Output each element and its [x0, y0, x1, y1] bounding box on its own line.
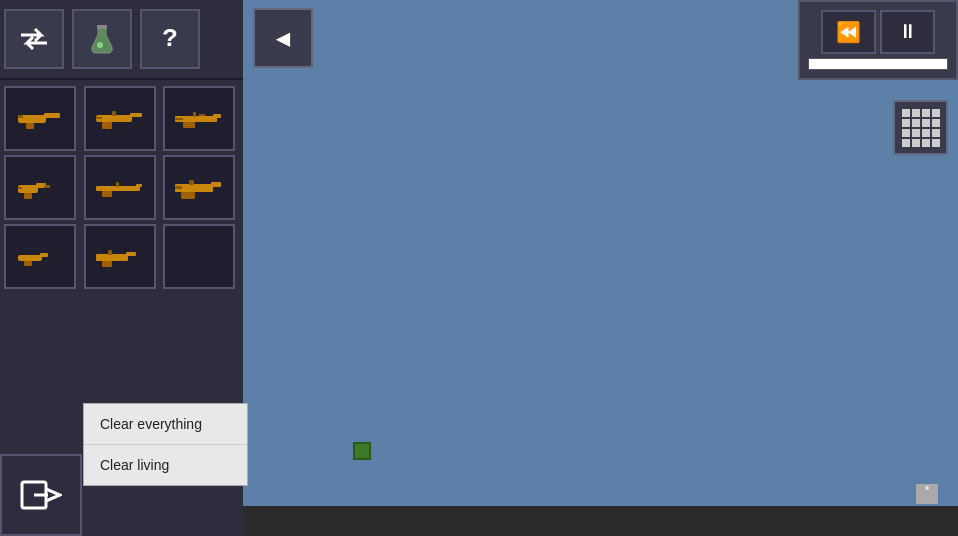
character-indicator — [916, 484, 938, 504]
weapon-slot-1[interactable] — [84, 86, 156, 151]
weapon-slot-2[interactable] — [163, 86, 235, 151]
grid-icon — [902, 109, 940, 147]
game-area: ⏪ ⏸ — [243, 0, 958, 506]
weapon-slot-4[interactable] — [84, 155, 156, 220]
svg-rect-28 — [181, 192, 195, 199]
svg-rect-27 — [211, 182, 221, 187]
weapon-slot-7[interactable] — [84, 224, 156, 289]
clear-living-button[interactable]: Clear living — [84, 445, 247, 485]
svg-point-1 — [97, 42, 103, 48]
progress-bar-container — [808, 58, 948, 70]
help-icon: ? — [162, 24, 178, 54]
svg-rect-15 — [175, 118, 183, 120]
svg-rect-9 — [112, 111, 116, 116]
weapon-slot-3[interactable] — [4, 155, 76, 220]
svg-rect-32 — [40, 253, 48, 257]
svg-rect-24 — [102, 191, 112, 197]
help-button[interactable]: ? — [140, 9, 200, 69]
svg-rect-35 — [126, 252, 136, 256]
svg-rect-36 — [102, 261, 112, 267]
svg-rect-38 — [925, 486, 929, 490]
svg-rect-5 — [18, 115, 23, 118]
svg-rect-40 — [922, 499, 926, 502]
svg-rect-10 — [96, 117, 102, 119]
svg-rect-3 — [44, 113, 60, 118]
svg-rect-13 — [183, 122, 195, 128]
svg-rect-31 — [18, 255, 42, 261]
progress-bar — [809, 59, 947, 69]
bottom-bar — [243, 506, 958, 536]
svg-rect-20 — [44, 185, 50, 188]
pause-button[interactable]: ⏸ — [880, 10, 935, 54]
svg-rect-34 — [96, 254, 128, 261]
svg-rect-30 — [175, 186, 182, 189]
svg-rect-19 — [24, 193, 32, 199]
green-square-entity — [353, 442, 371, 460]
back-button[interactable] — [253, 8, 313, 68]
svg-rect-37 — [108, 250, 112, 255]
weapon-slot-0[interactable] — [4, 86, 76, 151]
svg-rect-8 — [102, 122, 112, 129]
svg-rect-0 — [97, 25, 107, 29]
weapon-slot-8[interactable] — [163, 224, 235, 289]
weapon-slot-6[interactable] — [4, 224, 76, 289]
weapon-slot-5[interactable] — [163, 155, 235, 220]
svg-rect-7 — [130, 113, 142, 117]
svg-rect-16 — [199, 114, 205, 116]
svg-rect-23 — [136, 184, 142, 187]
exit-button[interactable] — [0, 454, 82, 536]
top-right-controls: ⏪ ⏸ — [798, 0, 958, 80]
svg-rect-29 — [189, 180, 194, 185]
svg-rect-14 — [193, 112, 196, 117]
svg-rect-39 — [923, 491, 931, 498]
svg-rect-4 — [26, 123, 34, 129]
back-arrow-icon — [276, 24, 290, 53]
rewind-icon: ⏪ — [836, 20, 861, 45]
popup-menu: Clear everything Clear living — [83, 403, 248, 486]
potion-button[interactable] — [72, 9, 132, 69]
clear-everything-button[interactable]: Clear everything — [84, 404, 247, 445]
rewind-button[interactable]: ⏪ — [821, 10, 876, 54]
svg-rect-21 — [18, 187, 22, 189]
svg-rect-25 — [116, 182, 119, 187]
svg-rect-33 — [24, 261, 32, 266]
toolbar: ? — [0, 0, 243, 80]
item-grid — [0, 82, 243, 293]
grid-toggle-button[interactable] — [893, 100, 948, 155]
pause-icon: ⏸ — [898, 20, 918, 44]
swap-button[interactable] — [4, 9, 64, 69]
svg-rect-12 — [213, 114, 221, 118]
svg-rect-41 — [928, 499, 932, 502]
